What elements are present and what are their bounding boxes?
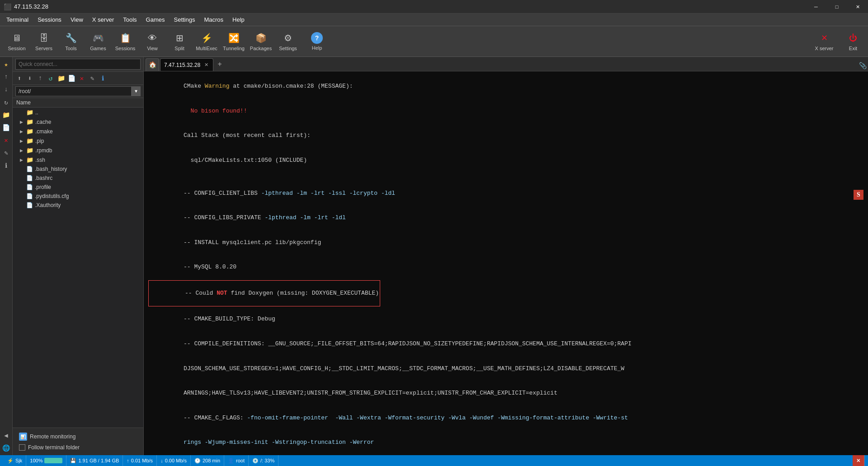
toolbar-sessions-button[interactable]: 📋 Sessions bbox=[112, 28, 138, 55]
follow-terminal-checkbox[interactable]: Follow terminal folder bbox=[16, 442, 140, 452]
tree-item-xauthority[interactable]: 📄 .Xauthority bbox=[13, 201, 143, 210]
remote-monitoring-button[interactable]: 📊 Remote monitoring bbox=[16, 431, 140, 442]
active-tab[interactable]: 7.47.115.32.28 ✕ bbox=[160, 58, 213, 71]
status-download-text: 0.00 Mb/s bbox=[165, 458, 187, 463]
sidebar-btn-5[interactable]: 📁 bbox=[56, 73, 66, 83]
status-memory[interactable]: 💾 1.91 GB / 1.94 GB bbox=[66, 455, 123, 466]
path-input[interactable] bbox=[15, 86, 132, 96]
menu-terminal[interactable]: Terminal bbox=[2, 14, 33, 25]
left-nav-edit[interactable]: ✎ bbox=[1, 147, 12, 158]
maximize-button[interactable]: □ bbox=[826, 0, 847, 14]
status-error[interactable]: ✕ bbox=[853, 455, 864, 466]
toolbar-session-button[interactable]: 🖥 Session bbox=[4, 28, 30, 55]
left-nav-arrow[interactable]: ◀ bbox=[1, 430, 12, 441]
attachment-icon[interactable]: 📎 bbox=[857, 60, 868, 71]
tree-item-parent[interactable]: 📁 .. bbox=[13, 108, 143, 117]
sidebar-btn-7[interactable]: ✕ bbox=[77, 73, 87, 83]
upload-icon: ↑ bbox=[127, 458, 129, 463]
tree-column-name: Name bbox=[16, 99, 31, 106]
menu-view[interactable]: View bbox=[66, 14, 88, 25]
status-sjk[interactable]: ⚡ Sjk bbox=[4, 455, 26, 466]
menu-macros[interactable]: Macros bbox=[199, 14, 228, 25]
toolbar-split-button[interactable]: ⊞ Split bbox=[166, 28, 193, 55]
toolbar-settings-button[interactable]: ⚙ Settings bbox=[275, 28, 301, 55]
menu-sessions[interactable]: Sessions bbox=[33, 14, 66, 25]
home-tab-button[interactable]: 🏠 bbox=[146, 58, 159, 71]
left-nav-down[interactable]: ↓ bbox=[1, 84, 12, 95]
status-disk[interactable]: 💿 /: 33% bbox=[249, 455, 278, 466]
sidebar-btn-1[interactable]: ⬆ bbox=[14, 73, 24, 83]
tree-item-pip[interactable]: ▶ 📁 .pip bbox=[13, 136, 143, 146]
status-upload-text: 0.01 Mb/s bbox=[131, 458, 153, 463]
toolbar-games-button[interactable]: 🎮 Games bbox=[85, 28, 111, 55]
left-nav-up[interactable]: ↑ bbox=[1, 71, 12, 82]
terminal-content[interactable]: CMake Warning at cmake/bison.cmake:28 (M… bbox=[144, 71, 868, 455]
path-arrow-button[interactable]: ▼ bbox=[132, 86, 141, 96]
xserver-button[interactable]: ✕ X server bbox=[808, 28, 840, 55]
status-percent[interactable]: 100% bbox=[26, 455, 66, 466]
tree-item-cmake[interactable]: ▶ 📁 .cmake bbox=[13, 127, 143, 136]
window-controls: ─ □ ✕ bbox=[806, 0, 868, 14]
left-nav-new[interactable]: 📄 bbox=[1, 122, 12, 133]
left-nav-info[interactable]: ℹ bbox=[1, 160, 12, 171]
terminal-line: -- COMPILE_DEFINITIONS: __GNU_SOURCE;_FI… bbox=[148, 332, 863, 357]
status-user[interactable]: 👤 root bbox=[224, 455, 249, 466]
toolbar-settings-label: Settings bbox=[279, 46, 297, 51]
toolbar-tunneling-button[interactable]: 🔀 Tunneling bbox=[221, 28, 247, 55]
left-nav-delete[interactable]: ✕ bbox=[1, 135, 12, 146]
active-tab-label: 7.47.115.32.28 bbox=[164, 62, 200, 68]
menu-help[interactable]: Help bbox=[228, 14, 249, 25]
sidebar-btn-6[interactable]: 📄 bbox=[66, 73, 76, 83]
quick-connect-bar bbox=[13, 57, 143, 72]
exit-button[interactable]: ⏻ Exit bbox=[842, 28, 864, 55]
menu-games[interactable]: Games bbox=[142, 14, 170, 25]
left-nav-folder[interactable]: 📁 bbox=[1, 109, 12, 120]
tree-item-ssh[interactable]: ▶ 📁 .ssh bbox=[13, 155, 143, 165]
new-tab-button[interactable]: + bbox=[213, 58, 226, 71]
tree-item-bash-history-name: .bash_history bbox=[35, 166, 67, 172]
toolbar-multiexec-button[interactable]: ⚡ MultiExec bbox=[193, 28, 220, 55]
terminal-line: -- MySQL 8.0.20 bbox=[148, 255, 863, 280]
file-icon-profile: 📄 bbox=[26, 184, 33, 190]
menu-tools[interactable]: Tools bbox=[118, 14, 141, 25]
menu-xserver[interactable]: X server bbox=[88, 14, 118, 25]
status-upload[interactable]: ↑ 0.01 Mb/s bbox=[123, 455, 157, 466]
quick-connect-input[interactable] bbox=[15, 59, 141, 70]
close-button[interactable]: ✕ bbox=[847, 0, 868, 14]
exit-icon: ⏻ bbox=[847, 32, 859, 44]
file-icon-bashrc: 📄 bbox=[26, 175, 33, 181]
sidebar-btn-8[interactable]: ✎ bbox=[87, 73, 97, 83]
tab-bar-right: 📎 bbox=[857, 60, 868, 71]
sidebar-btn-3[interactable]: ↑ bbox=[35, 73, 45, 83]
status-download[interactable]: ↓ 0.00 Mb/s bbox=[157, 455, 191, 466]
tree-item-bashrc-name: .bashrc bbox=[35, 175, 52, 181]
menu-settings[interactable]: Settings bbox=[170, 14, 200, 25]
s-logo: S bbox=[854, 190, 863, 200]
left-nav-refresh[interactable]: ↻ bbox=[1, 97, 12, 108]
terminal-line: Call Stack (most recent call first): bbox=[148, 123, 863, 148]
tree-item-bash-history[interactable]: 📄 .bash_history bbox=[13, 165, 143, 174]
toolbar-view-button[interactable]: 👁 View bbox=[139, 28, 165, 55]
tree-item-rpmdb[interactable]: ▶ 📁 .rpmdb bbox=[13, 146, 143, 155]
left-nav-globe[interactable]: 🌐 bbox=[1, 442, 12, 453]
file-tree[interactable]: 📁 .. ▶ 📁 .cache ▶ 📁 .cmake ▶ 📁 .pip ▶ 📁 bbox=[13, 108, 143, 428]
tab-close-button[interactable]: ✕ bbox=[203, 62, 209, 68]
tree-item-profile[interactable]: 📄 .profile bbox=[13, 183, 143, 192]
path-bar: ▼ bbox=[13, 85, 143, 98]
download-icon: ↓ bbox=[160, 458, 163, 463]
folder-icon-pip: 📁 bbox=[26, 137, 33, 144]
toolbar-tools-button[interactable]: 🔧 Tools bbox=[58, 28, 84, 55]
sidebar-btn-9[interactable]: ℹ bbox=[98, 73, 108, 83]
tree-item-bashrc[interactable]: 📄 .bashrc bbox=[13, 174, 143, 183]
toolbar-help-button[interactable]: ? Help bbox=[304, 28, 330, 55]
tree-item-pydistutils[interactable]: 📄 .pydistutils.cfg bbox=[13, 192, 143, 201]
left-nav-star[interactable]: ★ bbox=[1, 59, 12, 70]
tree-header: Name bbox=[13, 98, 143, 108]
minimize-button[interactable]: ─ bbox=[806, 0, 826, 14]
tree-item-cache[interactable]: ▶ 📁 .cache bbox=[13, 117, 143, 127]
toolbar-servers-button[interactable]: 🗄 Servers bbox=[31, 28, 57, 55]
sidebar-btn-4[interactable]: ↺ bbox=[46, 73, 56, 83]
sidebar-btn-2[interactable]: ⬇ bbox=[25, 73, 35, 83]
status-time[interactable]: 🕐 208 min bbox=[191, 455, 224, 466]
toolbar-packages-button[interactable]: 📦 Packages bbox=[248, 28, 274, 55]
